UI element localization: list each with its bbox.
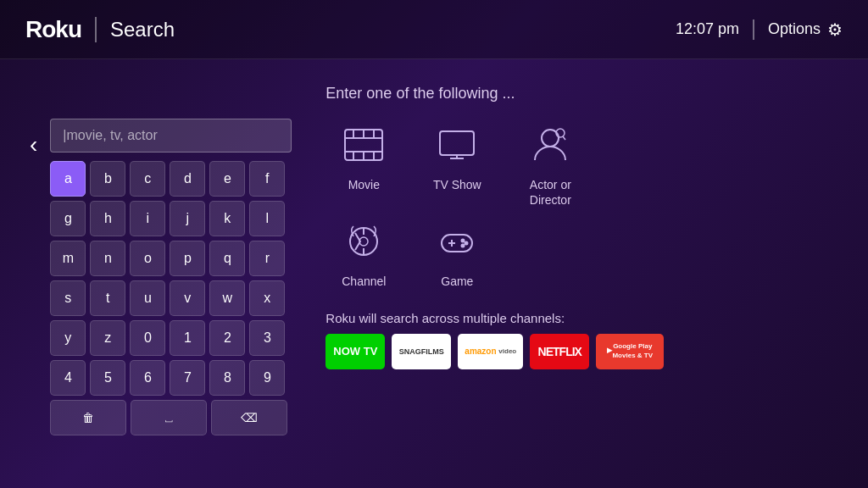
key-s[interactable]: s — [50, 280, 86, 316]
options-label: Options — [768, 20, 821, 38]
category-grid: Movie TV Show — [326, 119, 843, 290]
options-button[interactable]: Options ⚙ — [768, 19, 843, 40]
key-k[interactable]: k — [209, 201, 245, 236]
key-7[interactable]: 7 — [170, 360, 205, 396]
backspace-icon: ⌫ — [241, 411, 258, 424]
main-content: ‹ |movie, tv, actor a b c d e f g h i — [0, 59, 868, 488]
key-4[interactable]: 4 — [50, 360, 86, 396]
key-v[interactable]: v — [170, 280, 205, 316]
key-row-6: 4 5 6 7 8 9 — [50, 360, 292, 396]
tv-show-icon — [427, 119, 487, 170]
category-game[interactable]: Game — [419, 216, 495, 289]
key-9[interactable]: 9 — [249, 360, 285, 396]
key-w[interactable]: w — [209, 280, 245, 316]
key-u[interactable]: u — [130, 280, 165, 316]
actor-director-icon — [520, 119, 580, 170]
key-z[interactable]: z — [90, 320, 125, 356]
key-1[interactable]: 1 — [170, 320, 205, 356]
key-b[interactable]: b — [90, 161, 125, 197]
search-input[interactable]: |movie, tv, actor — [50, 119, 292, 152]
roku-logo: Roku — [25, 16, 81, 43]
tv-show-label: TV Show — [433, 177, 481, 192]
header-divider — [95, 17, 97, 42]
channel-label: Channel — [342, 274, 386, 289]
header-left: Roku Search — [25, 16, 175, 43]
category-actor-director[interactable]: Actor orDirector — [512, 119, 588, 208]
category-tv-show[interactable]: TV Show — [419, 119, 495, 208]
svg-point-21 — [465, 242, 468, 245]
key-delete[interactable]: 🗑 — [50, 400, 126, 435]
delete-icon: 🗑 — [82, 411, 94, 424]
page-title: Search — [110, 18, 175, 42]
key-row-5: y z 0 1 2 3 — [50, 320, 292, 356]
key-row-special: 🗑 ⎵ ⌫ — [50, 400, 292, 435]
svg-rect-9 — [440, 131, 474, 155]
movie-icon — [334, 119, 393, 170]
key-row-4: s t u v w x — [50, 280, 292, 316]
snagfilms-logo: SNAGFILMS — [392, 334, 451, 369]
key-x[interactable]: x — [249, 280, 285, 316]
header-right: 12:07 pm Options ⚙ — [676, 19, 843, 40]
channels-title: Roku will search across multiple channel… — [326, 311, 843, 325]
key-row-1: a b c d e f — [50, 161, 292, 197]
key-p[interactable]: p — [170, 241, 205, 276]
netflix-logo: NETFLIX — [530, 334, 589, 369]
keyboard-area: |movie, tv, actor a b c d e f g h i j — [50, 119, 292, 435]
left-panel: ‹ |movie, tv, actor a b c d e f g h i — [25, 76, 292, 471]
svg-line-14 — [563, 136, 565, 140]
key-n[interactable]: n — [90, 241, 125, 276]
channel-logos: NOW TV SNAGFILMS amazon video NETFLIX ▶ … — [326, 334, 843, 369]
key-i[interactable]: i — [130, 201, 165, 236]
key-3[interactable]: 3 — [249, 320, 285, 356]
key-c[interactable]: c — [130, 161, 165, 197]
keyboard: a b c d e f g h i j k l m — [50, 161, 292, 435]
key-m[interactable]: m — [50, 241, 86, 276]
key-r[interactable]: r — [249, 241, 285, 276]
key-d[interactable]: d — [170, 161, 205, 197]
category-row-1: Movie TV Show — [326, 119, 843, 208]
back-button[interactable]: ‹ — [25, 127, 42, 163]
key-space[interactable]: ⎵ — [131, 400, 207, 435]
key-6[interactable]: 6 — [130, 360, 165, 396]
key-o[interactable]: o — [130, 241, 165, 276]
header-divider2 — [753, 19, 754, 40]
svg-point-22 — [462, 245, 465, 247]
category-movie[interactable]: Movie — [326, 119, 402, 208]
category-channel[interactable]: Channel — [326, 216, 402, 289]
key-a[interactable]: a — [50, 161, 86, 197]
key-backspace[interactable]: ⌫ — [211, 400, 287, 435]
key-j[interactable]: j — [170, 201, 205, 236]
now-tv-logo: NOW TV — [326, 334, 385, 369]
key-8[interactable]: 8 — [209, 360, 245, 396]
google-play-logo: ▶ Google PlayMovies & TV — [596, 334, 664, 369]
actor-director-label: Actor orDirector — [530, 177, 571, 208]
key-y[interactable]: y — [50, 320, 86, 356]
category-row-2: Channel Game — [326, 216, 843, 289]
key-0[interactable]: 0 — [130, 320, 165, 356]
game-icon — [427, 216, 487, 267]
key-l[interactable]: l — [249, 201, 285, 236]
amazon-video-logo: amazon video — [458, 334, 523, 369]
key-row-2: g h i j k l — [50, 201, 292, 236]
key-2[interactable]: 2 — [209, 320, 245, 356]
channels-section: Roku will search across multiple channel… — [326, 311, 843, 369]
key-t[interactable]: t — [90, 280, 125, 316]
right-panel: Enter one of the following ... — [326, 76, 843, 471]
key-g[interactable]: g — [50, 201, 86, 236]
gear-icon: ⚙ — [827, 19, 843, 40]
header: Roku Search 12:07 pm Options ⚙ — [0, 0, 868, 59]
key-e[interactable]: e — [209, 161, 245, 197]
key-q[interactable]: q — [209, 241, 245, 276]
channel-icon — [334, 216, 393, 267]
movie-label: Movie — [348, 177, 380, 192]
key-f[interactable]: f — [249, 161, 285, 197]
space-icon: ⎵ — [165, 411, 172, 424]
key-h[interactable]: h — [90, 201, 125, 236]
key-5[interactable]: 5 — [90, 360, 125, 396]
search-hint: Enter one of the following ... — [326, 85, 843, 103]
svg-point-20 — [462, 240, 465, 242]
game-label: Game — [441, 274, 473, 289]
clock-display: 12:07 pm — [676, 20, 739, 38]
key-row-3: m n o p q r — [50, 241, 292, 276]
